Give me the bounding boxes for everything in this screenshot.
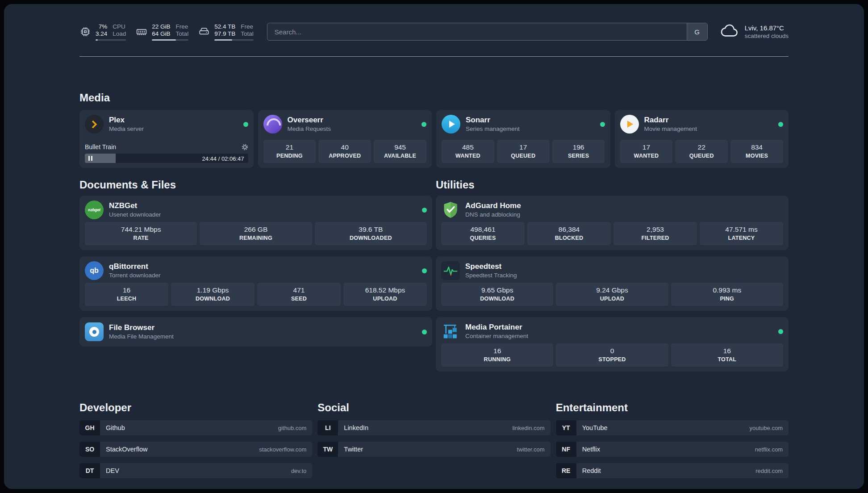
service-text: AdGuard Home DNS and adblocking	[465, 201, 521, 218]
service-text: File Browser Media File Management	[109, 323, 174, 340]
bookmark-url: reddit.com	[755, 468, 783, 474]
status-dot	[422, 330, 427, 334]
cpu-label-1: CPU	[113, 23, 126, 30]
section-title-media: Media	[79, 92, 789, 104]
player-progress-bar[interactable]: 24:44 / 02:06:47	[85, 154, 248, 163]
bookmark-github[interactable]: GH Github github.com	[79, 420, 312, 435]
service-header: Media Portainer Container management	[441, 322, 783, 341]
service-card-portainer[interactable]: Media Portainer Container management 16 …	[436, 317, 789, 372]
stat-value: 86,384	[529, 225, 609, 234]
bookmark-netflix[interactable]: NF Netflix netflix.com	[556, 442, 789, 457]
cpu-readout: 7% 3.24 CPU Load	[96, 23, 126, 41]
stat-label: WANTED	[622, 153, 671, 159]
player-time: 24:44 / 02:06:47	[202, 155, 244, 162]
service-card-radarr[interactable]: Radarr Movie management 17 WANTED 22 QUE…	[615, 110, 789, 168]
stat-value: 834	[732, 143, 781, 151]
overseerr-icon	[263, 115, 282, 134]
bookmark-name: Github	[106, 424, 125, 431]
service-card-nzbget[interactable]: nzbget NZBGet Usenet downloader 744.21 M…	[79, 196, 432, 250]
service-name: Media Portainer	[465, 323, 528, 332]
player-header: Bullet Train	[85, 143, 248, 150]
stat-value: 17	[499, 143, 548, 151]
stats-row: 485 WANTED 17 QUEUED 196 SERIES	[442, 140, 605, 163]
stats-row: 16 RUNNING 0 STOPPED 16 TOTAL	[441, 343, 783, 367]
service-text: Speedtest Speedtest Tracking	[465, 262, 517, 279]
stat-value: 2,953	[615, 225, 695, 234]
bookmark-name: Netflix	[582, 446, 600, 453]
disk-widget: 52.4 TB 97.9 TB Free Total	[198, 23, 254, 41]
stat-block: 9.24 Gbps UPLOAD	[556, 283, 668, 306]
bookmark-linkedin[interactable]: LI LinkedIn linkedin.com	[317, 420, 550, 435]
stat-value: 485	[443, 143, 492, 151]
service-description: Media File Management	[109, 333, 174, 340]
bookmark-stackoverflow[interactable]: SO StackOverflow stackoverflow.com	[79, 442, 312, 457]
service-description: DNS and adblocking	[465, 211, 521, 218]
disk-usage-fill	[214, 39, 232, 41]
stat-value: 16	[673, 347, 781, 355]
bookmark-name: YouTube	[582, 424, 608, 431]
stat-label: UPLOAD	[558, 296, 666, 302]
bookmark-url: linkedin.com	[512, 425, 544, 431]
stat-value: 39.6 TB	[317, 225, 425, 234]
section-title-utilities: Utilities	[436, 179, 789, 191]
entertainment-bookmarks: YT YouTube youtube.com NF Netflix netfli…	[556, 420, 789, 478]
stat-block: 47.571 ms LATENCY	[700, 222, 783, 245]
stat-block: 86,384 BLOCKED	[527, 222, 611, 245]
stat-label: DOWNLOADED	[317, 235, 425, 242]
app-window: 7% 3.24 CPU Load	[0, 0, 868, 493]
stat-block: 9.65 Gbps DOWNLOAD	[441, 283, 553, 306]
bookmarks-area: Developer GH Github github.com SO StackO…	[79, 401, 789, 489]
section-title-developer: Developer	[79, 401, 312, 414]
service-card-sonarr[interactable]: Sonarr Series management 485 WANTED 17 Q…	[436, 110, 610, 168]
divider	[79, 56, 789, 57]
stat-label: LEECH	[87, 296, 167, 302]
stat-block: 834 MOVIES	[730, 140, 783, 163]
bookmark-bar: Twitter twitter.com	[338, 442, 550, 457]
bookmark-name: Reddit	[582, 467, 601, 474]
stat-label: MOVIES	[732, 153, 781, 159]
bookmark-dev[interactable]: DT DEV dev.to	[79, 463, 312, 478]
gear-icon[interactable]	[242, 144, 248, 150]
memory-free: 22 GiB	[152, 23, 170, 30]
search-provider-button[interactable]: G	[687, 23, 707, 40]
bookmark-twitter[interactable]: TW Twitter twitter.com	[317, 442, 550, 457]
stat-label: RUNNING	[443, 356, 551, 363]
stat-value: 196	[554, 143, 603, 151]
stat-value: 266 GB	[201, 225, 310, 234]
section-social: Social LI LinkedIn linkedin.com TW Twitt…	[317, 401, 550, 478]
service-card-filebrowser[interactable]: File Browser Media File Management	[79, 317, 432, 347]
stat-block: 17 QUEUED	[497, 140, 550, 163]
service-name: Plex	[109, 116, 144, 125]
bookmark-name: Twitter	[344, 446, 363, 453]
service-card-qbittorrent[interactable]: qb qBittorrent Torrent downloader 16 LEE…	[79, 256, 432, 311]
stat-block: 471 SEED	[257, 283, 341, 306]
stat-block: 196 SERIES	[552, 140, 605, 163]
service-header: AdGuard Home DNS and adblocking	[441, 201, 783, 219]
disk-label-2: Total	[241, 30, 254, 38]
bookmark-name: StackOverflow	[106, 446, 147, 453]
stat-label: PENDING	[265, 153, 314, 159]
cpu-load-avg: 3.24	[96, 30, 107, 38]
disk-total: 97.9 TB	[214, 30, 235, 38]
stat-label: PING	[673, 296, 781, 302]
memory-label-1: Free	[176, 23, 189, 30]
service-header: File Browser Media File Management	[85, 322, 427, 341]
pause-button[interactable]	[88, 154, 92, 163]
memory-label-2: Total	[176, 30, 189, 38]
bookmark-youtube[interactable]: YT YouTube youtube.com	[556, 420, 789, 435]
adguard-icon	[441, 201, 460, 219]
player-track-title: Bullet Train	[85, 143, 116, 150]
service-text: Media Portainer Container management	[465, 323, 528, 340]
bookmark-reddit[interactable]: RE Reddit reddit.com	[556, 463, 789, 478]
service-card-overseerr[interactable]: Overseerr Media Requests 21 PENDING 40 A…	[258, 110, 432, 168]
stat-value: 1.19 Gbps	[173, 286, 253, 294]
status-dot	[422, 208, 427, 213]
stat-block: 0 STOPPED	[556, 343, 668, 367]
service-card-plex[interactable]: Plex Media server Bullet Train	[79, 110, 254, 168]
service-text: Overseerr Media Requests	[288, 116, 331, 133]
search-input[interactable]	[267, 23, 708, 41]
stat-label: RATE	[87, 235, 195, 242]
service-description: Movie management	[644, 125, 697, 133]
service-card-speedtest[interactable]: Speedtest Speedtest Tracking 9.65 Gbps D…	[436, 256, 789, 311]
service-card-adguard[interactable]: AdGuard Home DNS and adblocking 498,461 …	[436, 196, 789, 250]
